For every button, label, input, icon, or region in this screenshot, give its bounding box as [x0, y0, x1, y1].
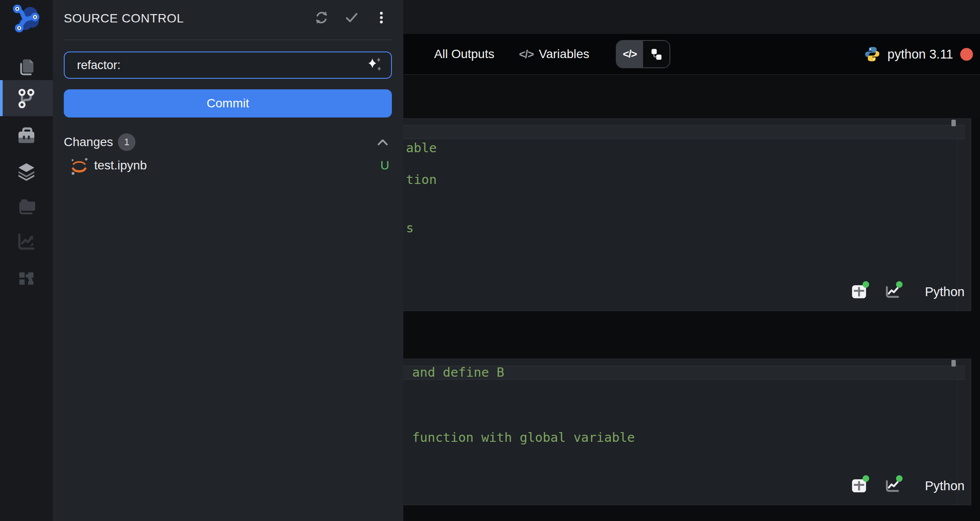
sidebar-item-toolbox[interactable] — [0, 118, 53, 154]
app-logo-icon — [10, 4, 43, 34]
sidebar-item-integrations[interactable] — [0, 260, 53, 297]
output-ready-dot — [863, 475, 869, 482]
chart-icon — [16, 231, 37, 252]
code-comment[interactable]: and define B — [412, 366, 505, 379]
cell-language-label[interactable]: Python — [925, 285, 965, 299]
layers-icon — [16, 161, 37, 182]
kernel-status[interactable]: python 3.11 — [864, 46, 973, 62]
code-view-toggle[interactable]: </> — [617, 41, 643, 67]
output-ready-dot — [896, 281, 903, 288]
check-icon — [344, 10, 359, 25]
graph-view-toggle[interactable] — [643, 41, 669, 67]
changes-count-badge: 1 — [118, 133, 135, 151]
notebook-editor-area: All Outputs </> Variables </> — [403, 0, 980, 521]
puzzle-icon — [16, 268, 37, 289]
notebook-cell[interactable]: able tion s — [403, 118, 971, 311]
commit-message-value: refactor: — [77, 59, 365, 72]
code-comment[interactable]: function with global variable — [412, 430, 635, 444]
changes-section-header[interactable]: Changes 1 — [53, 133, 403, 153]
current-line-highlight: and define B — [403, 366, 965, 380]
notebook-app-window: SOURCE CONTROL — [0, 0, 980, 521]
header-divider — [63, 40, 393, 40]
jupyter-notebook-icon — [69, 157, 89, 176]
view-mode-toggle: </> — [616, 40, 670, 68]
chart-output-button[interactable] — [885, 284, 900, 299]
confirm-button[interactable] — [344, 10, 359, 26]
editor-top-strip — [403, 0, 980, 34]
ai-sparkle-icon[interactable] — [365, 55, 384, 76]
chart-output-button[interactable] — [885, 478, 900, 493]
code-comment[interactable]: able — [406, 141, 437, 155]
sidebar-item-layers[interactable] — [0, 153, 53, 189]
sidebar-item-folders[interactable] — [0, 187, 53, 224]
output-ready-dot — [896, 475, 903, 482]
source-control-panel: SOURCE CONTROL — [53, 0, 403, 521]
commit-button[interactable]: Commit — [64, 89, 392, 117]
file-status-badge: U — [380, 158, 389, 172]
code-comment[interactable]: tion — [406, 172, 437, 187]
toolbox-icon — [16, 125, 37, 147]
activity-bar — [0, 0, 53, 521]
sidebar-item-source-control[interactable] — [0, 80, 53, 116]
changes-label: Changes — [64, 135, 113, 149]
source-control-header: SOURCE CONTROL — [53, 0, 403, 35]
source-control-icon — [16, 88, 37, 109]
commit-message-input[interactable]: refactor: — [64, 51, 392, 79]
kernel-busy-indicator[interactable] — [960, 48, 973, 61]
cell-scrollbar[interactable] — [951, 120, 956, 126]
more-actions-button[interactable] — [373, 10, 389, 26]
file-name: test.ipynb — [94, 158, 147, 172]
folder-icon — [16, 195, 37, 216]
files-icon — [16, 57, 37, 78]
notebook-cell[interactable]: and define B function with global variab… — [403, 359, 971, 505]
chevron-up-icon[interactable] — [375, 135, 390, 152]
graph-view-icon — [650, 48, 663, 61]
kebab-menu-icon — [374, 11, 388, 25]
editor-gap-strip — [403, 75, 980, 118]
cell-output-bar: Python — [851, 284, 965, 299]
all-outputs-button[interactable]: All Outputs — [434, 47, 494, 61]
cell-language-label[interactable]: Python — [925, 479, 965, 493]
app-logo[interactable] — [10, 4, 43, 34]
current-line-highlight — [403, 125, 965, 139]
changed-file-row[interactable]: test.ipynb U — [53, 155, 403, 177]
sidebar-item-charts[interactable] — [0, 224, 53, 260]
table-output-button[interactable] — [851, 284, 867, 299]
variables-label: Variables — [539, 47, 589, 61]
notebook-toolbar: All Outputs </> Variables </> — [403, 34, 980, 75]
code-comment[interactable]: s — [406, 221, 413, 235]
variables-button[interactable]: </> Variables — [519, 47, 589, 61]
table-output-button[interactable] — [851, 478, 867, 493]
python-logo-icon — [864, 46, 881, 62]
refresh-icon — [314, 10, 329, 25]
panel-title: SOURCE CONTROL — [64, 11, 184, 26]
cell-output-bar: Python — [851, 478, 965, 493]
code-glyph-icon: </> — [519, 48, 534, 61]
refresh-button[interactable] — [314, 10, 329, 26]
cell-scrollbar[interactable] — [951, 360, 956, 367]
output-ready-dot — [863, 281, 869, 288]
kernel-label: python 3.11 — [888, 47, 953, 62]
